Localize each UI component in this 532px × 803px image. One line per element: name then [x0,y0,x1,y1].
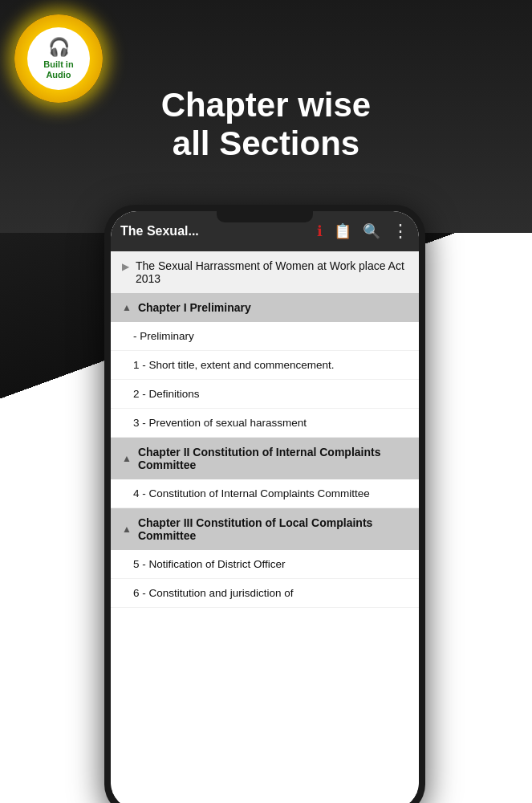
chapter-1-title: Chapter I Preliminary [138,301,251,314]
more-icon[interactable]: ⋮ [392,221,409,242]
section-5[interactable]: 5 - Notification of District Officer [111,550,419,579]
section-preliminary[interactable]: - Preliminary [111,322,419,351]
chapter-2-header[interactable]: ▲ Chapter II Constitution of Internal Co… [111,438,419,479]
phone-inner: The Sexual... ℹ 📋 🔍 ⋮ ▶ The Sexual Harra… [111,211,419,803]
phone-screen: The Sexual... ℹ 📋 🔍 ⋮ ▶ The Sexual Harra… [111,211,419,803]
section-6[interactable]: 6 - Constitution and jurisdiction of [111,579,419,608]
chapter-3-arrow: ▲ [122,524,132,535]
header-area: 🎧 Built inAudio Chapter wise all Section… [0,0,532,233]
chapter-3-header[interactable]: ▲ Chapter III Constitution of Local Comp… [111,508,419,550]
section-3[interactable]: 3 - Prevention of sexual harassment [111,409,419,438]
phone-frame: The Sexual... ℹ 📋 🔍 ⋮ ▶ The Sexual Harra… [104,205,425,803]
top-title-row[interactable]: ▶ The Sexual Harrassment of Women at Wor… [111,251,419,293]
header-title: Chapter wise all Sections [161,86,371,164]
phone-notch [217,211,313,222]
search-icon[interactable]: 🔍 [363,222,380,240]
top-title-text: The Sexual Harrassment of Women at Work … [136,259,408,285]
section-4[interactable]: 4 - Constitution of Internal Complaints … [111,479,419,508]
badge-text: Built inAudio [43,59,73,80]
app-title: The Sexual... [120,224,317,238]
content-area: ▶ The Sexual Harrassment of Women at Wor… [111,251,419,803]
chapter-2-title: Chapter II Constitution of Internal Comp… [138,446,408,471]
expand-arrow: ▶ [122,261,129,272]
section-2[interactable]: 2 - Definitions [111,380,419,409]
headphone-icon: 🎧 [48,37,70,58]
chapter-1-header[interactable]: ▲ Chapter I Preliminary [111,293,419,322]
clipboard-icon[interactable]: 📋 [334,222,351,240]
info-icon[interactable]: ℹ [317,222,323,240]
chapter-2-arrow: ▲ [122,453,132,464]
chapter-3-title: Chapter III Constitution of Local Compla… [138,516,408,542]
chapter-1-arrow: ▲ [122,302,132,313]
section-1[interactable]: 1 - Short title, extent and commencement… [111,351,419,380]
built-in-audio-badge: 🎧 Built inAudio [14,14,103,103]
top-bar-icons: ℹ 📋 🔍 ⋮ [317,221,409,242]
